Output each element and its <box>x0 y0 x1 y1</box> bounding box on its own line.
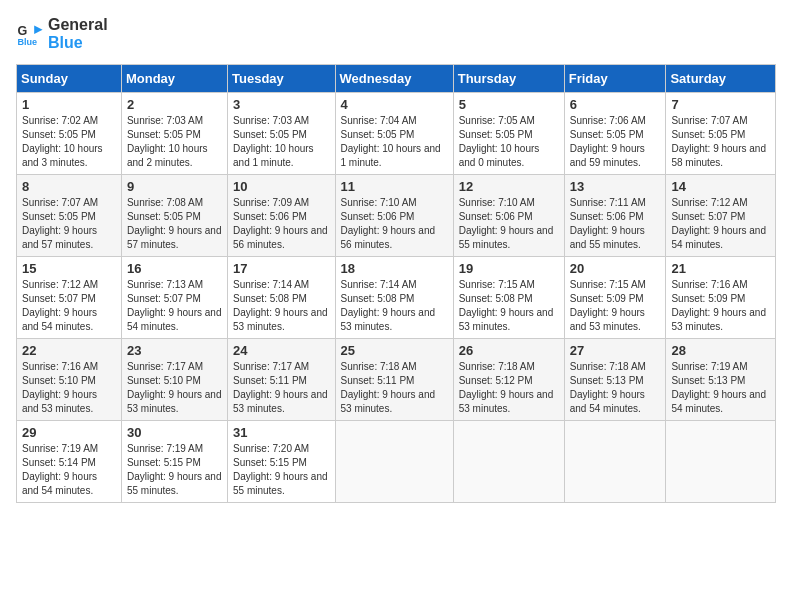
day-info: Sunrise: 7:07 AM Sunset: 5:05 PM Dayligh… <box>671 114 770 170</box>
day-info: Sunrise: 7:15 AM Sunset: 5:08 PM Dayligh… <box>459 278 559 334</box>
day-info: Sunrise: 7:18 AM Sunset: 5:12 PM Dayligh… <box>459 360 559 416</box>
calendar-cell: 6 Sunrise: 7:06 AM Sunset: 5:05 PM Dayli… <box>564 93 666 175</box>
day-info: Sunrise: 7:12 AM Sunset: 5:07 PM Dayligh… <box>671 196 770 252</box>
calendar-cell: 17 Sunrise: 7:14 AM Sunset: 5:08 PM Dayl… <box>228 257 335 339</box>
day-number: 1 <box>22 97 116 112</box>
day-info: Sunrise: 7:11 AM Sunset: 5:06 PM Dayligh… <box>570 196 661 252</box>
empty-cell <box>666 421 776 503</box>
day-number: 31 <box>233 425 329 440</box>
calendar-cell: 31 Sunrise: 7:20 AM Sunset: 5:15 PM Dayl… <box>228 421 335 503</box>
svg-text:Blue: Blue <box>17 37 37 47</box>
day-number: 30 <box>127 425 222 440</box>
day-info: Sunrise: 7:03 AM Sunset: 5:05 PM Dayligh… <box>127 114 222 170</box>
weekday-header: Wednesday <box>335 65 453 93</box>
day-info: Sunrise: 7:07 AM Sunset: 5:05 PM Dayligh… <box>22 196 116 252</box>
day-info: Sunrise: 7:15 AM Sunset: 5:09 PM Dayligh… <box>570 278 661 334</box>
day-number: 22 <box>22 343 116 358</box>
day-number: 13 <box>570 179 661 194</box>
header: G Blue General Blue <box>16 16 776 52</box>
day-number: 20 <box>570 261 661 276</box>
day-info: Sunrise: 7:16 AM Sunset: 5:10 PM Dayligh… <box>22 360 116 416</box>
calendar-table: SundayMondayTuesdayWednesdayThursdayFrid… <box>16 64 776 503</box>
day-number: 17 <box>233 261 329 276</box>
logo-icon: G Blue <box>16 20 44 48</box>
calendar-cell: 13 Sunrise: 7:11 AM Sunset: 5:06 PM Dayl… <box>564 175 666 257</box>
day-info: Sunrise: 7:09 AM Sunset: 5:06 PM Dayligh… <box>233 196 329 252</box>
logo-line1: General <box>48 16 108 34</box>
day-info: Sunrise: 7:10 AM Sunset: 5:06 PM Dayligh… <box>341 196 448 252</box>
day-number: 2 <box>127 97 222 112</box>
calendar-cell: 22 Sunrise: 7:16 AM Sunset: 5:10 PM Dayl… <box>17 339 122 421</box>
day-number: 14 <box>671 179 770 194</box>
day-info: Sunrise: 7:05 AM Sunset: 5:05 PM Dayligh… <box>459 114 559 170</box>
empty-cell <box>335 421 453 503</box>
day-info: Sunrise: 7:18 AM Sunset: 5:11 PM Dayligh… <box>341 360 448 416</box>
day-info: Sunrise: 7:03 AM Sunset: 5:05 PM Dayligh… <box>233 114 329 170</box>
calendar-cell: 11 Sunrise: 7:10 AM Sunset: 5:06 PM Dayl… <box>335 175 453 257</box>
day-number: 3 <box>233 97 329 112</box>
day-info: Sunrise: 7:18 AM Sunset: 5:13 PM Dayligh… <box>570 360 661 416</box>
day-info: Sunrise: 7:06 AM Sunset: 5:05 PM Dayligh… <box>570 114 661 170</box>
calendar-cell: 15 Sunrise: 7:12 AM Sunset: 5:07 PM Dayl… <box>17 257 122 339</box>
day-number: 5 <box>459 97 559 112</box>
calendar-cell: 20 Sunrise: 7:15 AM Sunset: 5:09 PM Dayl… <box>564 257 666 339</box>
calendar-cell: 2 Sunrise: 7:03 AM Sunset: 5:05 PM Dayli… <box>121 93 227 175</box>
day-number: 7 <box>671 97 770 112</box>
day-number: 9 <box>127 179 222 194</box>
day-number: 19 <box>459 261 559 276</box>
weekday-header: Tuesday <box>228 65 335 93</box>
calendar-cell: 27 Sunrise: 7:18 AM Sunset: 5:13 PM Dayl… <box>564 339 666 421</box>
day-info: Sunrise: 7:17 AM Sunset: 5:10 PM Dayligh… <box>127 360 222 416</box>
day-info: Sunrise: 7:04 AM Sunset: 5:05 PM Dayligh… <box>341 114 448 170</box>
empty-cell <box>564 421 666 503</box>
day-number: 24 <box>233 343 329 358</box>
calendar-cell: 8 Sunrise: 7:07 AM Sunset: 5:05 PM Dayli… <box>17 175 122 257</box>
calendar-cell: 19 Sunrise: 7:15 AM Sunset: 5:08 PM Dayl… <box>453 257 564 339</box>
calendar-cell: 7 Sunrise: 7:07 AM Sunset: 5:05 PM Dayli… <box>666 93 776 175</box>
day-number: 12 <box>459 179 559 194</box>
calendar-cell: 29 Sunrise: 7:19 AM Sunset: 5:14 PM Dayl… <box>17 421 122 503</box>
weekday-header: Thursday <box>453 65 564 93</box>
calendar-cell: 4 Sunrise: 7:04 AM Sunset: 5:05 PM Dayli… <box>335 93 453 175</box>
day-info: Sunrise: 7:19 AM Sunset: 5:14 PM Dayligh… <box>22 442 116 498</box>
empty-cell <box>453 421 564 503</box>
calendar-cell: 18 Sunrise: 7:14 AM Sunset: 5:08 PM Dayl… <box>335 257 453 339</box>
calendar-cell: 9 Sunrise: 7:08 AM Sunset: 5:05 PM Dayli… <box>121 175 227 257</box>
day-number: 11 <box>341 179 448 194</box>
calendar-cell: 3 Sunrise: 7:03 AM Sunset: 5:05 PM Dayli… <box>228 93 335 175</box>
day-number: 15 <box>22 261 116 276</box>
day-number: 27 <box>570 343 661 358</box>
calendar-cell: 1 Sunrise: 7:02 AM Sunset: 5:05 PM Dayli… <box>17 93 122 175</box>
calendar-cell: 10 Sunrise: 7:09 AM Sunset: 5:06 PM Dayl… <box>228 175 335 257</box>
day-info: Sunrise: 7:19 AM Sunset: 5:13 PM Dayligh… <box>671 360 770 416</box>
calendar-cell: 24 Sunrise: 7:17 AM Sunset: 5:11 PM Dayl… <box>228 339 335 421</box>
day-info: Sunrise: 7:19 AM Sunset: 5:15 PM Dayligh… <box>127 442 222 498</box>
calendar-cell: 28 Sunrise: 7:19 AM Sunset: 5:13 PM Dayl… <box>666 339 776 421</box>
day-number: 8 <box>22 179 116 194</box>
day-info: Sunrise: 7:16 AM Sunset: 5:09 PM Dayligh… <box>671 278 770 334</box>
calendar-cell: 12 Sunrise: 7:10 AM Sunset: 5:06 PM Dayl… <box>453 175 564 257</box>
calendar-cell: 23 Sunrise: 7:17 AM Sunset: 5:10 PM Dayl… <box>121 339 227 421</box>
calendar-cell: 30 Sunrise: 7:19 AM Sunset: 5:15 PM Dayl… <box>121 421 227 503</box>
calendar-cell: 25 Sunrise: 7:18 AM Sunset: 5:11 PM Dayl… <box>335 339 453 421</box>
calendar-cell: 16 Sunrise: 7:13 AM Sunset: 5:07 PM Dayl… <box>121 257 227 339</box>
weekday-header: Monday <box>121 65 227 93</box>
calendar-cell: 21 Sunrise: 7:16 AM Sunset: 5:09 PM Dayl… <box>666 257 776 339</box>
day-info: Sunrise: 7:02 AM Sunset: 5:05 PM Dayligh… <box>22 114 116 170</box>
day-number: 28 <box>671 343 770 358</box>
day-number: 18 <box>341 261 448 276</box>
calendar-cell: 14 Sunrise: 7:12 AM Sunset: 5:07 PM Dayl… <box>666 175 776 257</box>
day-info: Sunrise: 7:08 AM Sunset: 5:05 PM Dayligh… <box>127 196 222 252</box>
calendar-cell: 5 Sunrise: 7:05 AM Sunset: 5:05 PM Dayli… <box>453 93 564 175</box>
day-number: 16 <box>127 261 222 276</box>
weekday-header: Sunday <box>17 65 122 93</box>
calendar-cell: 26 Sunrise: 7:18 AM Sunset: 5:12 PM Dayl… <box>453 339 564 421</box>
weekday-header: Friday <box>564 65 666 93</box>
day-number: 29 <box>22 425 116 440</box>
day-number: 21 <box>671 261 770 276</box>
day-number: 25 <box>341 343 448 358</box>
svg-text:G: G <box>17 24 27 38</box>
day-info: Sunrise: 7:10 AM Sunset: 5:06 PM Dayligh… <box>459 196 559 252</box>
day-info: Sunrise: 7:14 AM Sunset: 5:08 PM Dayligh… <box>233 278 329 334</box>
day-number: 23 <box>127 343 222 358</box>
